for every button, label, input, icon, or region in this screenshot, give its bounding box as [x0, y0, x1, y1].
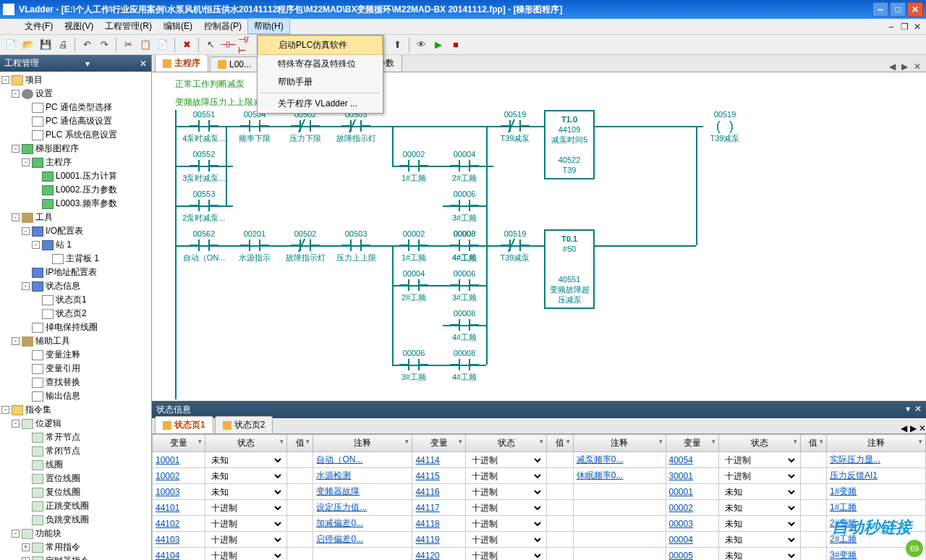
tree-node[interactable]: L0001.压力计算	[1, 169, 150, 183]
menu-item[interactable]: 帮助手册	[258, 73, 383, 91]
paste-button[interactable]: 📄	[155, 37, 171, 53]
tree-node[interactable]: 主背板 1	[1, 252, 150, 266]
coil[interactable]: 00519()T39减泵	[703, 110, 747, 144]
tree-node[interactable]: -状态信息	[1, 279, 150, 293]
menu-1[interactable]: 视图(V)	[59, 19, 99, 33]
tab-next-icon[interactable]: ▶	[910, 423, 917, 433]
status-select[interactable]: 未知	[722, 550, 797, 561]
print-button[interactable]: 🖨	[55, 37, 71, 53]
tab-prev-icon[interactable]: ◀	[901, 423, 907, 433]
run-button[interactable]: ▶	[430, 37, 446, 53]
timer-box[interactable]: T0.1#50 40551变频故障超压减泵	[544, 229, 595, 309]
column-header[interactable]: 注释▾	[826, 435, 925, 452]
status-select[interactable]: 未知	[208, 454, 284, 466]
contact-nc-tool[interactable]: ⊣/⊢	[237, 37, 253, 53]
tree-node[interactable]: 状态页2	[1, 307, 150, 321]
tree-node[interactable]: 查找替换	[1, 376, 150, 389]
tree-node[interactable]: PLC 系统信息设置	[1, 128, 150, 142]
tree-node[interactable]: -I/O配置表	[1, 224, 150, 238]
editor-tab[interactable]: L00...	[210, 56, 259, 72]
tree-node[interactable]: 掉电保持线圈	[1, 321, 150, 334]
menu-2[interactable]: 工程管理(R)	[99, 19, 158, 33]
tree-node[interactable]: PC 通信类型选择	[1, 101, 150, 114]
status-select[interactable]: 十进制	[722, 454, 797, 466]
column-header[interactable]: 注释▾	[313, 435, 412, 452]
panel-close-icon[interactable]: ✕	[140, 59, 147, 69]
status-select[interactable]: 十进制	[208, 534, 284, 546]
tree-node[interactable]: 状态页1	[1, 293, 150, 307]
status-select[interactable]: 未知	[208, 486, 284, 498]
monitor-button[interactable]: 👁	[413, 37, 429, 53]
tree-node[interactable]: -主程序	[1, 156, 150, 169]
status-select[interactable]: 十进制	[469, 550, 544, 561]
contact-no-tool[interactable]: ⊣⊢	[220, 37, 236, 53]
status-grid[interactable]: 变量▾状态▾值▾注释▾变量▾状态▾值▾注释▾变量▾状态▾值▾注释▾10001未知…	[152, 434, 926, 560]
column-header[interactable]: 变量▾	[412, 435, 465, 452]
column-header[interactable]: 状态▾	[465, 435, 547, 452]
menu-item[interactable]: 关于程序 VLadder ...	[258, 95, 383, 113]
status-select[interactable]: 未知	[722, 502, 797, 514]
tree-node[interactable]: PC 通信高级设置	[1, 114, 150, 128]
copy-button[interactable]: 📋	[137, 37, 153, 53]
status-select[interactable]: 十进制	[208, 550, 284, 561]
menu-item[interactable]: 启动PLC仿真软件	[258, 35, 383, 55]
menu-5[interactable]: 帮助(H)	[247, 18, 290, 34]
table-row[interactable]: 10003未知变频器故障44116十进制00001未知1#变频	[153, 484, 926, 500]
tab-close-icon[interactable]: ✕	[912, 61, 923, 72]
close-button[interactable]: ✕	[907, 2, 923, 17]
status-select[interactable]: 未知	[722, 518, 797, 530]
delete-button[interactable]: ✖	[179, 37, 195, 53]
tree-node[interactable]: -指令集	[1, 403, 150, 417]
status-select[interactable]: 十进制	[469, 518, 544, 530]
status-select[interactable]: 未知	[208, 470, 284, 482]
tree-node[interactable]: 复位线圈	[1, 485, 150, 499]
status-select[interactable]: 未知	[722, 534, 797, 546]
tab-prev-icon[interactable]: ◀	[887, 61, 898, 72]
table-row[interactable]: 10002未知水源检测44115十进制休眠频率0...30001十进制压力反馈A…	[153, 468, 926, 484]
minimize-button[interactable]: ‒	[872, 2, 888, 17]
tree-node[interactable]: -工具	[1, 211, 150, 224]
pointer-tool[interactable]: ↖	[203, 37, 218, 53]
timer-box[interactable]: T1.044109减泵时间5 40522T39	[544, 110, 595, 179]
tab-close-icon[interactable]: ✕	[919, 423, 926, 433]
column-header[interactable]: 值▾	[547, 435, 573, 452]
status-select[interactable]: 十进制	[469, 534, 544, 546]
status-select[interactable]: 十进制	[469, 454, 544, 466]
project-tree[interactable]: -项目-设置PC 通信类型选择PC 通信高级设置PLC 系统信息设置-梯形图程序…	[0, 72, 151, 560]
open-button[interactable]: 📂	[20, 37, 36, 53]
editor-tab[interactable]: 主程序	[155, 55, 208, 72]
undo-button[interactable]: ↶	[79, 37, 95, 53]
tree-node[interactable]: 正跳变线圈	[1, 499, 150, 513]
status-select[interactable]: 十进制	[469, 486, 544, 498]
tree-node[interactable]: 变量注释	[1, 348, 150, 362]
panel-close-icon[interactable]: ✕	[914, 404, 922, 416]
table-row[interactable]: 44104十进制44120十进制00005未知3#变频	[153, 548, 926, 561]
status-select[interactable]: 未知	[722, 486, 797, 498]
stop-button[interactable]: ■	[448, 37, 464, 53]
upload-button[interactable]: ⬆	[389, 37, 405, 53]
tree-node[interactable]: +常用指令	[1, 540, 150, 554]
column-header[interactable]: 值▾	[800, 435, 826, 452]
menu-3[interactable]: 编辑(E)	[158, 19, 198, 33]
tree-node[interactable]: 负跳变线圈	[1, 513, 150, 527]
column-header[interactable]: 值▾	[287, 435, 313, 452]
tab-next-icon[interactable]: ▶	[899, 61, 910, 72]
pin-icon[interactable]: ▾	[85, 59, 90, 69]
new-button[interactable]: 📄	[3, 37, 19, 53]
tree-node[interactable]: 输出信息	[1, 389, 150, 403]
menu-0[interactable]: 文件(F)	[19, 19, 59, 33]
pin-icon[interactable]: ▾	[906, 404, 910, 416]
tree-node[interactable]: L0003.频率参数	[1, 197, 150, 211]
ladder-canvas[interactable]: 正常工作判断减泵 变频故障压力上上限减泵 005514泵时减泵...00504频…	[152, 72, 926, 401]
status-tab[interactable]: 状态页1	[155, 416, 213, 433]
status-select[interactable]: 十进制	[208, 502, 284, 514]
maximize-button[interactable]: □	[890, 2, 906, 17]
menu-item[interactable]: 特殊寄存器及特殊位	[258, 55, 383, 73]
tree-node[interactable]: -设置	[1, 87, 150, 101]
tree-node[interactable]: +定时器指令	[1, 554, 150, 560]
tree-node[interactable]: 置位线圈	[1, 472, 150, 485]
column-header[interactable]: 注释▾	[573, 435, 666, 452]
table-row[interactable]: 44101十进制设定压力值...44117十进制00002未知1#工频	[153, 500, 926, 516]
mdi-minimize[interactable]: ‒	[885, 22, 897, 32]
column-header[interactable]: 状态▾	[718, 435, 800, 452]
